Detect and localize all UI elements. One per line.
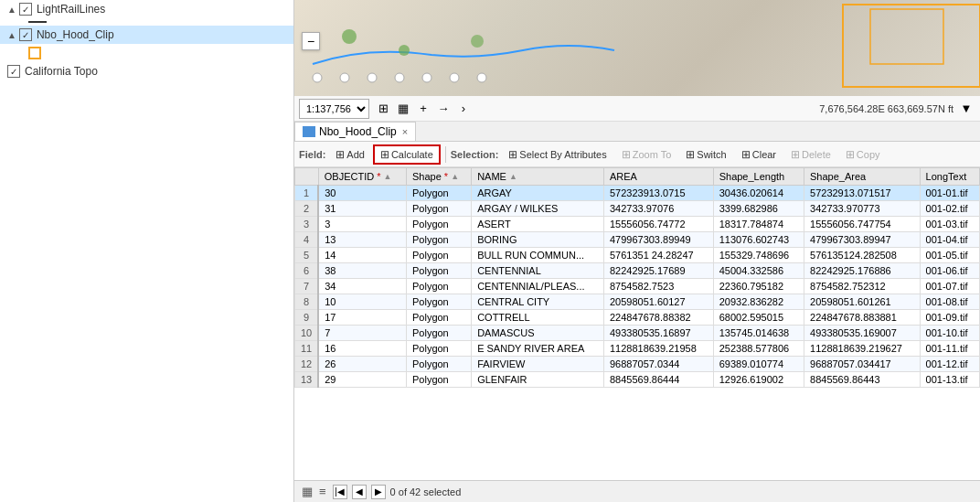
cell-area: 8754582.7523: [603, 279, 713, 294]
cell-longtext: 001-07.tif: [920, 279, 979, 294]
col-longtext[interactable]: LongText: [920, 168, 979, 186]
data-table: OBJECTID *▲ Shape *▲ NAME▲ AREA Shape_Le…: [294, 167, 980, 388]
switch-button[interactable]: ⊞ Switch: [679, 144, 732, 165]
cell-shape-length: 69389.010774: [713, 357, 804, 372]
cell-objectid: 10: [318, 294, 406, 310]
zoom-to-button[interactable]: ⊞ Zoom To: [615, 144, 678, 165]
zoom-out-button[interactable]: −: [302, 32, 320, 50]
layer-item-caltopo[interactable]: California Topo: [0, 62, 293, 80]
coordinate-display: 7,676,564.28E 663,669.57N ft: [819, 103, 953, 114]
cell-area: 342733.97076: [603, 201, 713, 217]
table-row[interactable]: 8 10 Polygon CENTRAL CITY 20598051.60127…: [295, 294, 980, 310]
cell-objectid: 14: [318, 248, 406, 263]
clear-button[interactable]: ⊞ Clear: [735, 144, 783, 165]
row-number: 13: [295, 372, 319, 388]
cell-shape-area: 57232913.071517: [804, 186, 921, 201]
select-by-attributes-button[interactable]: ⊞ Select By Attributes: [502, 144, 612, 165]
cell-name: FAIRVIEW: [472, 357, 604, 372]
add-button[interactable]: ⊞ Add: [329, 144, 371, 165]
cell-area: 224847678.88382: [603, 310, 713, 326]
delete-button[interactable]: ⊞ Delete: [784, 144, 837, 165]
collapse-lightrail-icon[interactable]: ▲: [7, 5, 16, 15]
table-icon[interactable]: ▦: [394, 100, 412, 118]
cell-shape: Polygon: [406, 357, 471, 372]
cell-objectid: 31: [318, 201, 406, 217]
table-row[interactable]: 10 7 Polygon DAMASCUS 493380535.16897 13…: [295, 326, 980, 341]
grid-icon[interactable]: ⊞: [374, 100, 392, 118]
cell-longtext: 001-13.tif: [920, 372, 979, 388]
map-container[interactable]: −: [294, 0, 980, 96]
checkbox-caltopo[interactable]: [7, 65, 20, 78]
nav-next-button[interactable]: ▶: [371, 485, 386, 499]
copy-button[interactable]: ⊞ Copy: [839, 144, 887, 165]
table-row[interactable]: 5 14 Polygon BULL RUN COMMUN... 5761351 …: [295, 248, 980, 263]
calculate-button[interactable]: ⊞ Calculate: [373, 144, 441, 165]
table-row[interactable]: 13 29 Polygon GLENFAIR 8845569.86444 129…: [295, 372, 980, 388]
cell-shape-length: 18317.784874: [713, 217, 804, 232]
chevron-right-icon[interactable]: ›: [454, 100, 473, 118]
table-row[interactable]: 7 34 Polygon CENTENNIAL/PLEAS... 8754582…: [295, 279, 980, 294]
expand-icon[interactable]: ▼: [957, 100, 975, 118]
cell-shape: Polygon: [406, 372, 471, 388]
cell-shape-length: 30436.020614: [713, 186, 804, 201]
col-name[interactable]: NAME▲: [472, 168, 604, 186]
row-number: 9: [295, 310, 319, 326]
checkbox-nbo[interactable]: [19, 28, 32, 41]
cell-objectid: 3: [318, 217, 406, 232]
col-area[interactable]: AREA: [603, 168, 713, 186]
switch-label: Switch: [697, 149, 726, 160]
cell-objectid: 34: [318, 279, 406, 294]
cell-shape-length: 20932.836282: [713, 294, 804, 310]
table-row[interactable]: 1 30 Polygon ARGAY 572323913.0715 30436.…: [295, 186, 980, 201]
cell-shape: Polygon: [406, 341, 471, 357]
nav-first-button[interactable]: |◀: [333, 485, 347, 499]
table-row[interactable]: 9 17 Polygon COTTRELL 224847678.88382 68…: [295, 310, 980, 326]
cell-shape-area: 479967303.89947: [804, 232, 921, 248]
col-shape[interactable]: Shape *▲: [406, 168, 471, 186]
table-row[interactable]: 12 26 Polygon FAIRVIEW 96887057.0344 693…: [295, 357, 980, 372]
cell-name: ARGAY / WILKES: [472, 201, 604, 217]
tab-nbo-hood[interactable]: Nbo_Hood_Clip ×: [294, 122, 416, 141]
table-row[interactable]: 2 31 Polygon ARGAY / WILKES 342733.97076…: [295, 201, 980, 217]
cell-longtext: 001-06.tif: [920, 263, 979, 279]
scale-select[interactable]: 1:137,756: [299, 99, 369, 119]
col-objectid[interactable]: OBJECTID *▲: [318, 168, 406, 186]
attribute-toolbar: Field: ⊞ Add ⊞ Calculate Selection: ⊞ Se…: [294, 142, 980, 167]
selection-label: Selection:: [451, 149, 499, 160]
cell-shape-area: 82242925.176886: [804, 263, 921, 279]
nav-prev-button[interactable]: ◀: [352, 485, 367, 499]
cell-longtext: 001-09.tif: [920, 310, 979, 326]
layer-item-nbo[interactable]: ▲ Nbo_Hood_Clip: [0, 26, 293, 44]
cell-objectid: 26: [318, 357, 406, 372]
plus-icon[interactable]: +: [414, 100, 432, 118]
arrow-icon[interactable]: →: [434, 100, 453, 118]
tab-close-button[interactable]: ×: [402, 126, 408, 137]
attribute-table[interactable]: OBJECTID *▲ Shape *▲ NAME▲ AREA Shape_Le…: [294, 167, 980, 480]
checkbox-lightrail[interactable]: [19, 3, 32, 16]
cell-longtext: 001-10.tif: [920, 326, 979, 341]
cell-name: COTTRELL: [472, 310, 604, 326]
cell-longtext: 001-12.tif: [920, 357, 979, 372]
layer-item-lightrail[interactable]: ▲ LightRailLines: [0, 0, 293, 18]
cell-shape: Polygon: [406, 294, 471, 310]
table-row[interactable]: 11 16 Polygon E SANDY RIVER AREA 1128818…: [295, 341, 980, 357]
line-icon: [28, 21, 47, 23]
cell-name: DAMASCUS: [472, 326, 604, 341]
table-row[interactable]: 6 38 Polygon CENTENNIAL 82242925.17689 4…: [295, 263, 980, 279]
table-row[interactable]: 3 3 Polygon ASERT 15556056.74772 18317.7…: [295, 217, 980, 232]
copy-icon: ⊞: [846, 148, 855, 161]
table-row[interactable]: 4 13 Polygon BORING 479967303.89949 1130…: [295, 232, 980, 248]
col-shape-length[interactable]: Shape_Length: [713, 168, 804, 186]
collapse-nbo-icon[interactable]: ▲: [7, 30, 16, 40]
tab-table-icon: [303, 126, 315, 137]
col-shape-area[interactable]: Shape_Area: [804, 168, 921, 186]
cell-shape-length: 68002.595015: [713, 310, 804, 326]
cell-shape-area: 8754582.752312: [804, 279, 921, 294]
row-number: 8: [295, 294, 319, 310]
row-number: 12: [295, 357, 319, 372]
cell-objectid: 38: [318, 263, 406, 279]
cell-longtext: 001-04.tif: [920, 232, 979, 248]
cell-shape: Polygon: [406, 326, 471, 341]
cell-area: 20598051.60127: [603, 294, 713, 310]
cell-shape: Polygon: [406, 263, 471, 279]
